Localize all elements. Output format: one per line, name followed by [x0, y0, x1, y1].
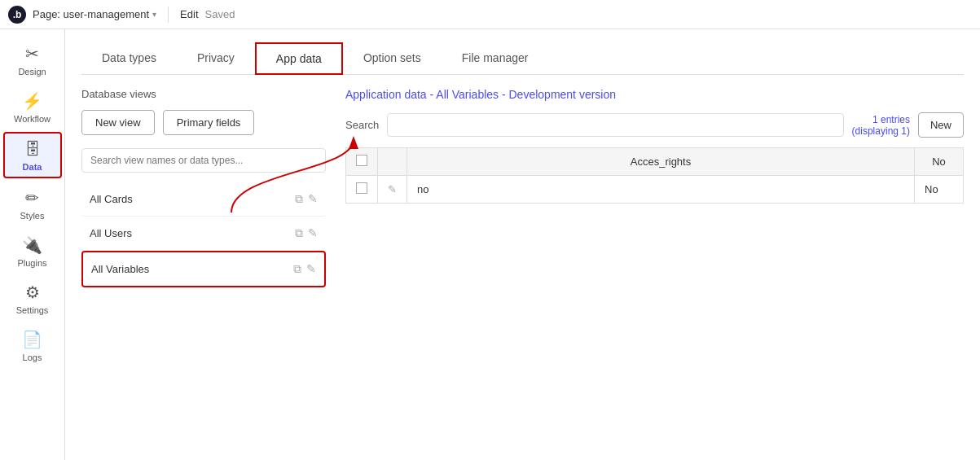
main-layout: ✂ Design ⚡ Workflow 🗄 Data ✏ Styles 🔌 Pl…: [0, 29, 980, 460]
view-item-all-cards[interactable]: All Cards ⧉ ✎: [81, 182, 326, 217]
styles-icon: ✏: [25, 188, 39, 208]
view-actions: New view Primary fields: [81, 110, 326, 135]
top-bar: .b Page: user-management ▾ Edit Saved: [0, 0, 980, 29]
right-panel: Application data - All Variables - Devel…: [345, 88, 964, 287]
view-item-all-users[interactable]: All Users ⧉ ✎: [81, 217, 326, 251]
panels: Database views New view Primary fields A…: [81, 88, 964, 287]
left-panel: Database views New view Primary fields A…: [81, 88, 326, 287]
tab-bar: Data types Privacy App data Option sets …: [81, 42, 964, 75]
sidebar-item-plugins[interactable]: 🔌 Plugins: [3, 229, 62, 273]
design-icon: ✂: [25, 44, 39, 64]
view-name: All Users: [90, 227, 132, 239]
sidebar-item-design[interactable]: ✂ Design: [3, 37, 62, 81]
col-edit-header: [378, 148, 407, 176]
sidebar-item-settings[interactable]: ⚙ Settings: [3, 276, 62, 320]
tab-file-manager[interactable]: File manager: [442, 42, 549, 75]
content-area: Data types Privacy App data Option sets …: [65, 29, 980, 460]
col-checkbox: [346, 148, 378, 176]
settings-icon: ⚙: [25, 283, 40, 302]
plugins-icon: 🔌: [22, 235, 42, 255]
chevron-down-icon: ▾: [152, 10, 156, 19]
view-list: All Cards ⧉ ✎ All Users ⧉ ✎: [81, 182, 326, 287]
saved-status: Saved: [205, 8, 235, 20]
row-edit-cell[interactable]: ✎: [378, 176, 407, 204]
page-selector[interactable]: Page: user-management ▾: [33, 8, 156, 20]
database-views-title: Database views: [81, 88, 326, 100]
tab-option-sets[interactable]: Option sets: [343, 42, 442, 75]
page-label: Page: user-management: [33, 8, 149, 20]
row-checkbox-cell: [346, 176, 378, 204]
sidebar-item-label: Settings: [16, 305, 49, 315]
sidebar-item-label: Data: [23, 162, 42, 172]
sidebar-item-styles[interactable]: ✏ Styles: [3, 182, 62, 226]
data-icon: 🗄: [24, 140, 41, 159]
separator: [168, 7, 169, 23]
row-acces-rights: no: [407, 176, 915, 204]
search-label: Search: [345, 119, 379, 131]
data-toolbar: Search 1 entries (displaying 1) New: [345, 112, 964, 138]
primary-fields-button[interactable]: Primary fields: [163, 110, 255, 135]
sidebar-item-logs[interactable]: 📄 Logs: [3, 323, 62, 367]
view-item-all-variables[interactable]: All Variables ⧉ ✎: [81, 251, 326, 287]
search-data-input[interactable]: [387, 113, 843, 137]
entries-count: 1 entries: [852, 114, 910, 125]
select-all-checkbox[interactable]: [356, 155, 367, 166]
app-data-title: Application data - All Variables - Devel…: [345, 88, 964, 101]
tab-data-types[interactable]: Data types: [81, 42, 177, 75]
edit-link[interactable]: Edit: [180, 8, 198, 20]
view-name: All Variables: [91, 263, 149, 275]
tab-privacy[interactable]: Privacy: [177, 42, 255, 75]
copy-icon[interactable]: ⧉: [295, 226, 303, 240]
sidebar-item-label: Design: [18, 67, 46, 77]
col-no-header: No: [915, 148, 964, 176]
logs-icon: 📄: [22, 330, 42, 349]
view-item-actions: ⧉ ✎: [295, 192, 318, 206]
sidebar-item-workflow[interactable]: ⚡ Workflow: [3, 85, 62, 129]
new-entry-button[interactable]: New: [918, 112, 964, 138]
row-checkbox[interactable]: [356, 182, 367, 194]
sidebar-item-data[interactable]: 🗄 Data: [3, 132, 62, 178]
edit-pencil-icon[interactable]: ✎: [308, 192, 318, 206]
entries-displaying: (displaying 1): [852, 125, 910, 137]
copy-icon[interactable]: ⧉: [295, 192, 303, 206]
new-view-button[interactable]: New view: [81, 110, 155, 135]
row-no: No: [915, 176, 964, 204]
sidebar: ✂ Design ⚡ Workflow 🗄 Data ✏ Styles 🔌 Pl…: [0, 29, 65, 460]
tab-app-data[interactable]: App data: [255, 42, 343, 75]
table-row: ✎ no No: [346, 176, 964, 204]
view-item-actions: ⧉ ✎: [293, 262, 316, 276]
table-container: Acces_rights No ✎ no No: [345, 147, 964, 204]
edit-pencil-icon[interactable]: ✎: [306, 262, 316, 276]
sidebar-item-label: Styles: [20, 211, 45, 221]
logo: .b: [8, 6, 26, 24]
sidebar-item-label: Workflow: [14, 114, 51, 124]
search-views-input[interactable]: [81, 148, 326, 173]
view-item-actions: ⧉ ✎: [295, 226, 318, 240]
copy-icon[interactable]: ⧉: [293, 262, 301, 276]
col-acces-rights-header: Acces_rights: [407, 148, 915, 176]
sidebar-item-label: Plugins: [17, 258, 46, 268]
edit-pencil-icon[interactable]: ✎: [308, 226, 318, 240]
entries-info: 1 entries (displaying 1): [852, 114, 910, 137]
view-name: All Cards: [90, 193, 133, 205]
workflow-icon: ⚡: [22, 91, 42, 111]
data-table: Acces_rights No ✎ no No: [345, 147, 964, 204]
sidebar-item-label: Logs: [23, 353, 42, 362]
